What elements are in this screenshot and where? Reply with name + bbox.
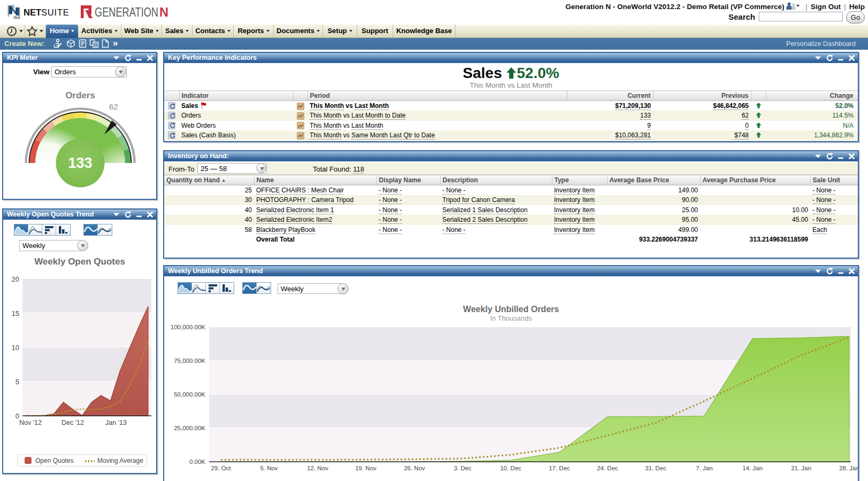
svg-text:10. Dec: 10. Dec [500, 465, 521, 471]
svg-text:Dec '12: Dec '12 [62, 419, 84, 426]
svg-text:50,000.00K: 50,000.00K [174, 391, 205, 398]
svg-text:19. Nov: 19. Nov [355, 465, 377, 471]
svg-text:GENERATION: GENERATION [95, 5, 158, 19]
svg-text:20: 20 [12, 275, 19, 283]
svg-text:3. Dec: 3. Dec [454, 465, 471, 471]
svg-text:31. Dec: 31. Dec [645, 465, 666, 471]
svg-text:NET: NET [24, 7, 41, 17]
svg-text:0.00K: 0.00K [189, 459, 205, 465]
svg-text:24. Dec: 24. Dec [597, 465, 618, 471]
svg-text:15: 15 [12, 309, 19, 317]
svg-text:133: 133 [68, 155, 92, 171]
svg-text:12. Nov: 12. Nov [307, 465, 328, 471]
svg-text:SUITE: SUITE [41, 7, 70, 17]
svg-text:5: 5 [16, 378, 19, 386]
svg-text:14. Jan: 14. Jan [742, 465, 763, 471]
svg-text:Jan '13: Jan '13 [105, 419, 127, 426]
svg-text:N: N [159, 5, 168, 19]
svg-text:0: 0 [16, 412, 19, 420]
svg-text:10: 10 [12, 344, 19, 352]
svg-text:17. Dec: 17. Dec [549, 465, 570, 471]
svg-text:25,000.00K: 25,000.00K [174, 425, 205, 431]
svg-text:62: 62 [109, 102, 118, 111]
svg-text:28. Jan: 28. Jan [839, 465, 859, 471]
svg-text:75,000.00K: 75,000.00K [174, 358, 205, 364]
svg-text:5. Nov: 5. Nov [260, 465, 278, 471]
svg-text:Nov '12: Nov '12 [19, 419, 42, 426]
svg-text:21. Jan: 21. Jan [791, 465, 811, 471]
svg-text:26. Nov: 26. Nov [404, 465, 425, 471]
svg-text:29. Oct: 29. Oct [211, 465, 231, 471]
svg-text:7. Jan: 7. Jan [696, 465, 712, 471]
svg-text:100,000.00K: 100,000.00K [171, 324, 206, 330]
